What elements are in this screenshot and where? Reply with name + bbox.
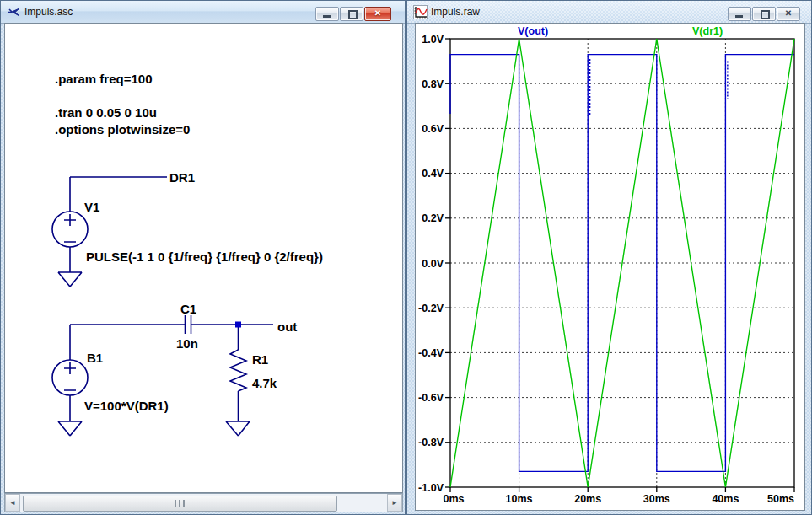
ltspice-icon [7, 5, 21, 19]
scroll-right-button[interactable]: ► [387, 494, 402, 512]
close-icon: ✕ [777, 8, 799, 19]
c1-capacitor[interactable] [70, 315, 273, 334]
x-tick-label[interactable]: 0ms [443, 493, 464, 505]
b1-source[interactable] [52, 325, 88, 421]
legend-V(dr1)[interactable]: V(dr1) [692, 25, 723, 37]
dr1-net-label[interactable]: DR1 [169, 170, 195, 185]
arrow-left-icon: ◄ [9, 499, 16, 507]
y-tick-label[interactable]: -0.4V [418, 347, 444, 359]
schematic-titlebar[interactable]: Impuls.asc ✕ [1, 1, 405, 24]
scroll-left-button[interactable]: ◄ [5, 494, 20, 512]
directive-tran[interactable]: .tran 0 0.05 0 10u [55, 105, 157, 120]
ground-icon[interactable] [226, 421, 250, 436]
out-net-label[interactable]: out [277, 319, 297, 334]
legend-V(out)[interactable]: V(out) [518, 25, 548, 37]
y-tick-label[interactable]: 0.6V [422, 123, 444, 135]
r1-resistor[interactable] [230, 327, 246, 421]
minimize-button[interactable] [315, 7, 339, 21]
x-tick-label[interactable]: 50ms [767, 493, 794, 505]
plot-pane[interactable]: 1.0V0.8V0.6V0.4V0.2V0.0V-0.2V-0.4V-0.6V-… [415, 23, 805, 511]
directive-options[interactable]: .options plotwinsize=0 [55, 122, 190, 137]
y-tick-label[interactable]: -0.8V [418, 437, 444, 448]
y-tick-label[interactable]: 0.8V [422, 78, 444, 90]
r1-label[interactable]: R1 [252, 352, 268, 367]
schematic-canvas[interactable]: .param freq=100 .tran 0 0.05 0 10u .opti… [4, 23, 403, 493]
maximize-button[interactable] [340, 7, 363, 21]
y-tick-label[interactable]: -0.2V [418, 303, 444, 314]
y-tick-label[interactable]: -1.0V [418, 482, 444, 494]
r1-value[interactable]: 4.7k [252, 376, 277, 390]
b1-label[interactable]: B1 [87, 351, 103, 365]
schematic-window: Impuls.asc ✕ .param freq=100 .tran 0 0.0… [0, 0, 406, 515]
minimize-icon [323, 15, 331, 18]
minimize-button[interactable] [728, 7, 751, 21]
close-button[interactable]: ✕ [777, 7, 800, 21]
directive-param[interactable]: .param freq=100 [55, 72, 152, 86]
v1-value[interactable]: PULSE(-1 1 0 {1/freq} {1/freq} 0 {2/freq… [86, 249, 323, 264]
ground-icon[interactable] [58, 272, 82, 287]
grip-icon [175, 500, 186, 507]
node-dot[interactable] [235, 322, 241, 328]
y-tick-label[interactable]: 0.4V [422, 168, 444, 180]
x-tick-label[interactable]: 10ms [506, 493, 533, 505]
minimize-icon [735, 15, 743, 18]
maximize-icon [348, 10, 358, 19]
window-title: Impuls.asc [24, 1, 73, 23]
window-title: Impuls.raw [431, 1, 480, 23]
waveform-titlebar[interactable]: Impuls.raw ✕ [407, 1, 811, 24]
close-icon: ✕ [365, 8, 390, 19]
arrow-right-icon: ► [391, 499, 398, 507]
waveform-icon [413, 5, 428, 19]
maximize-icon [761, 10, 770, 19]
y-tick-label[interactable]: -0.6V [418, 392, 444, 404]
waveform-plot[interactable]: 1.0V0.8V0.6V0.4V0.2V0.0V-0.2V-0.4V-0.6V-… [416, 24, 804, 510]
maximize-button[interactable] [752, 7, 776, 21]
ground-icon[interactable] [58, 421, 82, 436]
c1-label[interactable]: C1 [180, 302, 196, 316]
scroll-thumb[interactable] [23, 496, 337, 512]
x-tick-label[interactable]: 40ms [712, 493, 739, 505]
y-tick-label[interactable]: 0.2V [422, 212, 444, 224]
x-tick-label[interactable]: 20ms [574, 493, 601, 505]
y-tick-label[interactable]: 1.0V [422, 34, 444, 46]
horizontal-scrollbar[interactable]: ◄ ► [4, 493, 403, 512]
close-button[interactable]: ✕ [364, 7, 391, 21]
y-tick-label[interactable]: 0.0V [422, 258, 444, 270]
desktop: Impuls.asc ✕ .param freq=100 .tran 0 0.0… [0, 0, 812, 515]
b1-value[interactable]: V=100*V(DR1) [84, 399, 169, 413]
waveform-window: Impuls.raw ✕ 1.0V0.8V0.6V0.4V0.2V0.0V-0.… [406, 0, 812, 515]
c1-value[interactable]: 10n [176, 336, 198, 351]
v1-label[interactable]: V1 [84, 200, 99, 214]
x-tick-label[interactable]: 30ms [643, 493, 670, 505]
